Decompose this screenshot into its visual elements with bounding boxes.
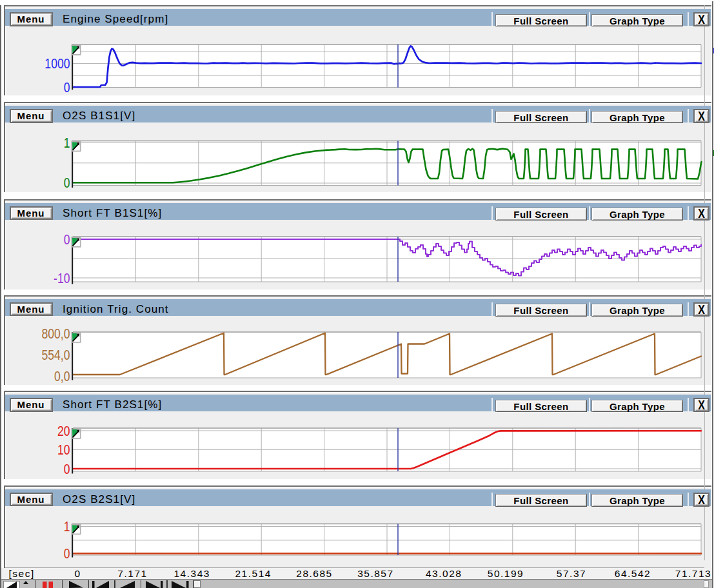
svg-text:0: 0: [64, 175, 70, 190]
svg-text:10: 10: [57, 442, 70, 457]
svg-text:0: 0: [64, 545, 70, 561]
svg-text:71.713: 71.713: [675, 568, 711, 579]
svg-text:-10: -10: [54, 270, 70, 286]
svg-text:21.514: 21.514: [235, 568, 271, 579]
svg-text:1: 1: [64, 135, 70, 150]
svg-text:800,0: 800,0: [41, 326, 70, 342]
svg-text:0: 0: [64, 231, 70, 247]
svg-text:43.028: 43.028: [426, 568, 462, 579]
svg-text:0: 0: [64, 461, 70, 476]
svg-text:0,0: 0,0: [54, 368, 70, 384]
svg-text:50.199: 50.199: [488, 568, 524, 579]
svg-text:28.685: 28.685: [296, 568, 332, 579]
svg-text:57.37: 57.37: [557, 568, 586, 579]
svg-text:64.542: 64.542: [615, 568, 651, 579]
svg-text:14.343: 14.343: [174, 568, 210, 579]
svg-text:1: 1: [64, 518, 70, 534]
svg-text:1000: 1000: [45, 55, 70, 71]
svg-text:[sec]: [sec]: [9, 568, 35, 579]
svg-text:20: 20: [57, 423, 70, 438]
svg-text:35.857: 35.857: [357, 568, 393, 579]
svg-text:554,0: 554,0: [41, 347, 70, 362]
svg-text:0: 0: [64, 79, 70, 95]
svg-text:0: 0: [75, 568, 81, 579]
svg-text:7.171: 7.171: [117, 568, 147, 579]
